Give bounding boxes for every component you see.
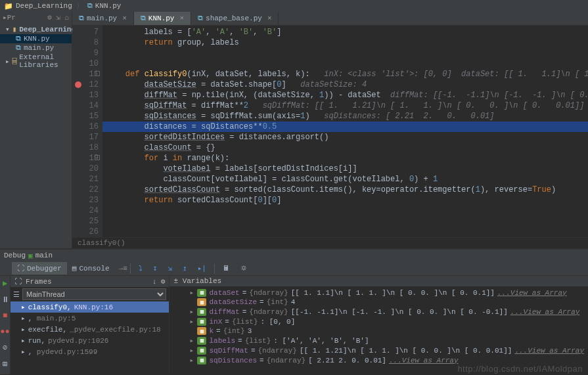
line-number[interactable]: 9 — [74, 48, 99, 58]
expand-icon[interactable]: ▸ — [189, 317, 194, 326]
line-number[interactable]: 24 — [74, 206, 99, 216]
line-number[interactable]: 14 — [74, 100, 99, 111]
settings-icon[interactable]: ⛭ — [235, 262, 253, 275]
code-line[interactable]: sortedClassCount = sorted(classCount.ite… — [106, 185, 588, 195]
line-number[interactable]: 7 — [74, 27, 99, 37]
expand-icon[interactable]: ▸ — [189, 307, 194, 316]
line-number[interactable]: 18 — [74, 143, 99, 153]
step-into-my-icon[interactable]: ⇲ — [162, 262, 177, 275]
project-crumb[interactable]: 📁 Deep_Learning — [4, 2, 72, 11]
line-number[interactable]: 19- — [74, 153, 99, 164]
code-line[interactable]: voteIlabel = labels[sortedDistIndices[i]… — [106, 164, 588, 174]
evaluate-icon[interactable]: 🖩 — [217, 262, 235, 275]
code-line[interactable] — [106, 227, 588, 237]
tree-root[interactable]: ▾ ▮ Deep_Learning E:\P — [0, 24, 72, 34]
code-line[interactable]: sqDistances = sqDiffMat.sum(axis=1) sqDi… — [106, 111, 588, 121]
step-into-icon[interactable]: ↧ — [148, 262, 163, 275]
code-line[interactable]: distances = sqDistances**0.5 — [102, 121, 588, 132]
line-number[interactable]: 26 — [74, 227, 99, 237]
code-line[interactable]: sortedDistIndices = distances.argsort() — [106, 132, 588, 143]
gutter[interactable]: 7891011-1213141516171819-20212223242526 — [72, 26, 102, 237]
expand-icon[interactable]: ▸ — [189, 336, 194, 345]
variable-row[interactable]: ▸▦ sqDiffMat = {ndarray} [[ 1. 1.21]\n [… — [170, 345, 588, 355]
line-number[interactable]: 15 — [74, 111, 99, 121]
variable-row[interactable]: ▸▦ labels = {list} : ['A', 'A', 'B', 'B'… — [170, 336, 588, 345]
mute-breakpoints-icon[interactable]: ⊘ — [3, 343, 7, 353]
expand-icon[interactable]: ▸ — [189, 356, 194, 364]
tab-knn[interactable]: ⧉ KNN.py × — [134, 12, 191, 25]
stack-frame[interactable]: ▸ run, pydevd.py:1026 — [11, 335, 169, 346]
stack-frame[interactable]: ▸ execfile, _pydev_execfile.py:18 — [11, 324, 169, 335]
view-as-array-link[interactable]: ...View as Array — [514, 347, 584, 355]
pause-icon[interactable]: ⏸ — [1, 295, 9, 305]
fold-icon[interactable]: - — [95, 71, 100, 76]
view-as-array-link[interactable]: ...View as Array — [389, 357, 459, 364]
code-editor[interactable]: 7891011-1213141516171819-20212223242526 … — [72, 26, 588, 237]
output-toggle-icon[interactable]: →≡ — [119, 265, 127, 273]
tree-external-libs[interactable]: ▸ ⌸ External Libraries — [0, 53, 72, 70]
stack-frame[interactable]: ▸ , pydevd.py:1599 — [11, 346, 169, 357]
editor-breadcrumb[interactable]: classify0() — [72, 237, 588, 248]
line-number[interactable]: 20 — [74, 164, 99, 174]
line-number[interactable]: 25 — [74, 216, 99, 227]
line-number[interactable]: 17 — [74, 132, 99, 143]
expand-icon[interactable]: ▸ — [189, 288, 194, 297]
code-line[interactable]: labels = ['A', 'A', 'B', 'B'] — [106, 27, 588, 37]
line-number[interactable]: 12 — [74, 79, 99, 90]
debug-toolwindow-tab[interactable]: Debug ▣ main — [0, 248, 588, 261]
frames-options-icon[interactable]: ↓ ⚙ — [152, 277, 166, 286]
variable-row[interactable]: ▦ k = {int} 3 — [170, 326, 588, 336]
view-as-array-link[interactable]: ...View as Array — [497, 289, 567, 297]
line-number[interactable]: 22 — [74, 185, 99, 195]
thread-selector[interactable]: ☰ MainThread — [11, 287, 169, 301]
close-icon[interactable]: × — [122, 14, 127, 22]
tab-shapebase[interactable]: ⧉ shape_base.py × — [191, 12, 279, 25]
debugger-tab[interactable]: ⛶ Debugger — [12, 262, 67, 275]
resume-icon[interactable]: ▶ — [3, 278, 7, 288]
code-line[interactable] — [106, 206, 588, 216]
sidebar-header[interactable]: ▸ Pr ⚙ ⇲ ⌂ — [0, 12, 72, 23]
console-tab[interactable]: ▤ Console — [67, 262, 115, 275]
stop-icon[interactable]: ■ — [3, 311, 7, 320]
run-to-cursor-icon[interactable]: ▸| — [192, 262, 212, 275]
variable-row[interactable]: ▸▦ dataSet = {ndarray} [[ 1. 1.1]\n [ 1.… — [170, 288, 588, 298]
line-number[interactable]: 23 — [74, 195, 99, 206]
code-line[interactable]: for i in range(k): — [106, 153, 588, 164]
view-as-array-link[interactable]: ...View as Array — [510, 308, 580, 316]
stack-frame[interactable]: ▸ classify0, KNN.py:16 — [11, 301, 169, 313]
variable-row[interactable]: ▦ dataSetSize = {int} 4 — [170, 298, 588, 307]
sidebar-settings-icon[interactable]: ⚙ ⇲ ⌂ — [47, 13, 69, 22]
fold-icon[interactable]: - — [95, 155, 100, 160]
code-line[interactable]: diffMat = np.tile(inX, (dataSetSize, 1))… — [106, 90, 588, 100]
restore-icon[interactable]: ⛶ — [14, 277, 22, 286]
close-icon[interactable]: × — [179, 14, 184, 22]
code-line[interactable]: dataSetSize = dataSet.shape[0] dataSetSi… — [106, 79, 588, 90]
code-line[interactable]: return sortedClassCount[0][0] — [106, 195, 588, 206]
step-out-icon[interactable]: ↥ — [177, 262, 192, 275]
close-icon[interactable]: × — [267, 14, 272, 22]
variable-row[interactable]: ▸▦ diffMat = {ndarray} [[-1. -1.1]\n [-1… — [170, 307, 588, 317]
line-number[interactable]: 16 — [74, 121, 99, 132]
line-number[interactable]: 8 — [74, 37, 99, 48]
code-line[interactable]: classCount[voteIlabel] = classCount.get(… — [106, 174, 588, 185]
breakpoint-icon[interactable] — [75, 81, 81, 88]
line-number[interactable]: 11- — [74, 69, 99, 79]
code-line[interactable] — [106, 48, 588, 58]
stack-frame[interactable]: ▸ , main.py:5 — [11, 313, 169, 324]
tab-main[interactable]: ⧉ main.py × — [72, 12, 134, 25]
layout-icon[interactable]: ⊞ — [3, 359, 7, 369]
code-line[interactable] — [106, 216, 588, 227]
code-line[interactable]: sqDiffMat = diffMat**2 sqDiffMat: [[ 1. … — [106, 100, 588, 111]
line-number[interactable]: 13 — [74, 90, 99, 100]
code-line[interactable]: return group, labels — [106, 37, 588, 48]
expand-icon[interactable]: ▸ — [189, 346, 194, 355]
file-crumb[interactable]: ⧉ KNN.py — [87, 2, 122, 10]
thread-dropdown[interactable]: MainThread — [22, 288, 166, 300]
tree-file-main[interactable]: ⧉ main.py — [0, 43, 72, 53]
line-number[interactable]: 21 — [74, 174, 99, 185]
variable-row[interactable]: ▸▦ inX = {list} : [0, 0] — [170, 317, 588, 326]
view-breakpoints-icon[interactable]: ●● — [0, 327, 9, 336]
line-number[interactable]: 10 — [74, 58, 99, 69]
tree-file-knn[interactable]: ⧉ KNN.py — [0, 34, 72, 43]
code-body[interactable]: labels = ['A', 'A', 'B', 'B'] return gro… — [102, 26, 588, 237]
